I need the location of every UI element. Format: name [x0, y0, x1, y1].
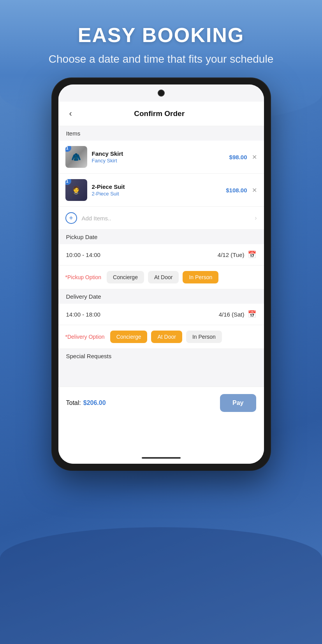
special-requests-area[interactable] — [58, 363, 264, 387]
app-content: ‹ Confirm Order Items 1 🧥 Fancy Skirt Fa… — [58, 102, 264, 452]
item-thumbnail: 1 🧥 — [65, 146, 87, 168]
item-subtitle: Fancy Skirt — [92, 158, 225, 164]
back-button[interactable]: ‹ — [66, 107, 75, 120]
pickup-options-row: *Pickup Option Concierge At Door In Pers… — [58, 266, 264, 289]
pickup-date-value-row: 4/12 (Tue) 📅 — [218, 250, 256, 259]
total-label: Total: — [66, 399, 81, 406]
special-requests-label: Special Requests — [58, 349, 264, 363]
phone-frame: ‹ Confirm Order Items 1 🧥 Fancy Skirt Fa… — [52, 78, 270, 470]
remove-item-button[interactable]: ✕ — [252, 153, 257, 161]
add-icon: + — [65, 212, 77, 224]
total-amount: $206.00 — [83, 399, 106, 406]
page-subtitle: Choose a date and time that fits your sc… — [0, 51, 322, 67]
delivery-time-range: 14:00 - 18:00 — [66, 311, 100, 318]
item-name: 2-Piece Suit — [92, 183, 222, 190]
delivery-concierge-button[interactable]: Concierge — [110, 331, 148, 343]
pickup-date-row: 10:00 - 14:00 4/12 (Tue) 📅 — [58, 244, 264, 266]
pickup-option-label: *Pickup Option — [65, 274, 102, 280]
item-price: $108.00 — [226, 187, 247, 194]
pickup-date: 4/12 (Tue) — [218, 252, 245, 258]
delivery-date-row: 14:00 - 18:00 4/16 (Sat) 📅 — [58, 304, 264, 325]
list-item: 1 🧥 Fancy Skirt Fancy Skirt $98.00 ✕ — [58, 141, 264, 174]
item-info: Fancy Skirt Fancy Skirt — [87, 150, 229, 164]
pickup-at-door-button[interactable]: At Door — [148, 271, 179, 283]
pickup-section-label: Pickup Date — [58, 230, 264, 244]
page-title: EASY BOOKING — [0, 23, 322, 47]
item-name: Fancy Skirt — [92, 150, 225, 157]
footer-bar: Total: $206.00 Pay — [58, 387, 264, 419]
home-indicator — [142, 457, 181, 459]
delivery-date-value-row: 4/16 (Sat) 📅 — [219, 310, 256, 318]
delivery-section-label: Delivery Date — [58, 289, 264, 304]
front-camera — [158, 90, 165, 97]
pay-button[interactable]: Pay — [220, 394, 256, 412]
pickup-time-range: 10:00 - 14:00 — [66, 252, 100, 258]
item-thumbnail: 1 🤵 — [65, 179, 87, 201]
add-items-row[interactable]: + Add Items.. › — [58, 207, 264, 230]
item-info: 2-Piece Suit 2-Piece Suit — [87, 183, 226, 197]
calendar-icon[interactable]: 📅 — [248, 250, 256, 259]
pickup-concierge-button[interactable]: Concierge — [107, 271, 144, 283]
delivery-options-row: *Delivery Option Concierge At Door In Pe… — [58, 325, 264, 349]
camera-bar — [58, 84, 264, 102]
home-bar — [58, 452, 264, 464]
delivery-option-label: *Delivery Option — [65, 334, 105, 340]
items-section-label: Items — [58, 126, 264, 141]
delivery-at-door-button[interactable]: At Door — [151, 331, 182, 343]
phone-screen: ‹ Confirm Order Items 1 🧥 Fancy Skirt Fa… — [58, 84, 264, 464]
item-price: $98.00 — [229, 154, 247, 160]
calendar-icon[interactable]: 📅 — [248, 310, 256, 318]
item-subtitle: 2-Piece Suit — [92, 191, 222, 197]
pickup-in-person-button[interactable]: In Person — [183, 271, 218, 283]
header-section: EASY BOOKING Choose a date and time that… — [0, 0, 322, 78]
screen-title: Confirm Order — [75, 109, 244, 118]
list-item: 1 🤵 2-Piece Suit 2-Piece Suit $108.00 ✕ — [58, 174, 264, 207]
add-items-label: Add Items.. — [82, 215, 255, 222]
bg-wave-bottom — [0, 527, 322, 644]
remove-item-button[interactable]: ✕ — [252, 187, 257, 194]
chevron-right-icon: › — [255, 215, 257, 222]
delivery-in-person-button[interactable]: In Person — [186, 331, 222, 343]
delivery-date: 4/16 (Sat) — [219, 311, 245, 318]
nav-bar: ‹ Confirm Order — [58, 102, 264, 126]
